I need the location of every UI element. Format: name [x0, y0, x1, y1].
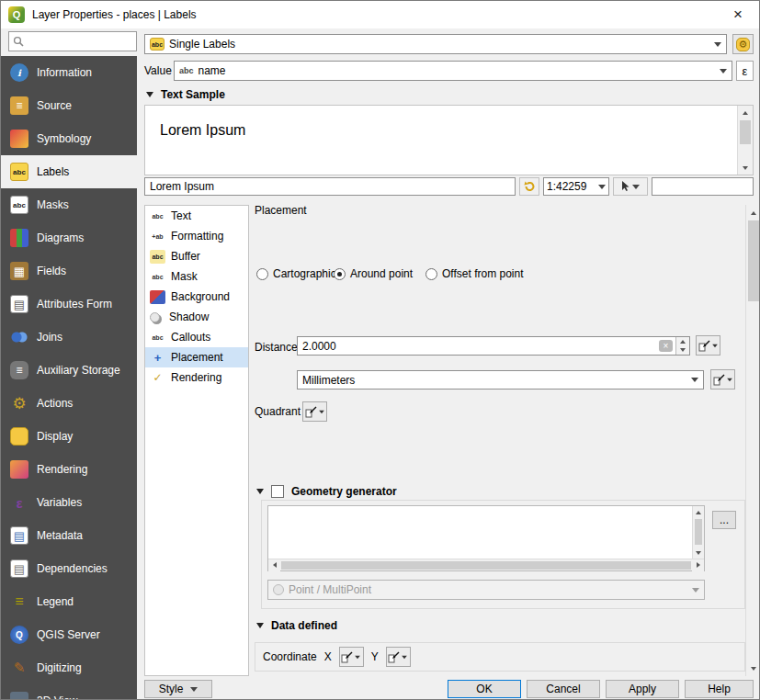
sample-text-input[interactable] — [150, 180, 510, 193]
scrollbar-thumb[interactable] — [748, 220, 759, 301]
sidebar-item-masks[interactable]: abcMasks — [1, 188, 137, 221]
reset-sample-button[interactable] — [519, 177, 539, 196]
sample-text-field[interactable] — [144, 177, 516, 196]
sidebar-item-variables[interactable]: εVariables — [1, 486, 137, 519]
help-button[interactable]: Help — [685, 680, 754, 698]
tab-text[interactable]: abcText — [145, 206, 248, 226]
tab-shadow[interactable]: Shadow — [145, 307, 248, 327]
distance-input[interactable] — [302, 340, 659, 353]
sidebar-item-joins[interactable]: Joins — [1, 321, 137, 354]
abc-field-type-icon: abc — [179, 66, 194, 75]
value-field-combo[interactable]: abc name — [174, 61, 732, 81]
attributes-form-icon: ▤ — [10, 295, 28, 313]
sidebar-search[interactable] — [8, 31, 137, 51]
radio-around-point[interactable]: Around point — [334, 267, 413, 280]
preview-scale-combo[interactable]: 1:42259 — [543, 177, 609, 196]
scroll-down-icon[interactable] — [738, 161, 753, 175]
sidebar-item-information[interactable]: iInformation — [1, 56, 137, 89]
variables-icon: ε — [10, 493, 28, 512]
panel-scrollbar[interactable] — [745, 205, 760, 676]
sidebar-item-rendering[interactable]: Rendering — [1, 453, 137, 486]
tab-buffer[interactable]: abcBuffer — [145, 246, 248, 266]
callouts-tab-icon: abc — [150, 331, 165, 344]
labels-icon: abc — [10, 163, 28, 181]
distance-data-defined-override-button[interactable] — [696, 335, 720, 356]
quadrant-label: Quadrant — [255, 405, 301, 418]
sidebar-item-fields[interactable]: ▦Fields — [1, 254, 137, 288]
sidebar-item-3d-view[interactable]: 3D3D View — [1, 684, 137, 700]
spin-down-icon[interactable] — [676, 346, 689, 356]
editor-horizontal-scrollbar[interactable] — [268, 559, 704, 570]
chevron-down-icon — [632, 185, 640, 189]
sidebar-item-dependencies[interactable]: ▤Dependencies — [1, 552, 137, 585]
sidebar-item-attributes-form[interactable]: ▤Attributes Form — [1, 288, 137, 321]
clear-icon[interactable]: × — [659, 340, 674, 352]
formatting-tab-icon: +ab — [150, 230, 165, 243]
tab-rendering[interactable]: ✓Rendering — [145, 367, 248, 388]
geometry-type-value: Point / MultiPoint — [289, 583, 371, 596]
sidebar-item-legend[interactable]: ≡Legend — [1, 585, 137, 618]
tab-mask[interactable]: abcMask — [145, 266, 248, 287]
editor-vertical-scrollbar[interactable] — [692, 506, 704, 559]
sidebar-item-diagrams[interactable]: Diagrams — [1, 221, 137, 254]
style-menu-button[interactable]: Style — [144, 680, 212, 698]
scroll-up-icon[interactable] — [693, 506, 704, 518]
label-settings-tabs: abcText +abFormatting abcBuffer abcMask … — [144, 205, 249, 676]
scroll-up-icon[interactable] — [746, 205, 760, 220]
geometry-type-combo[interactable]: Point / MultiPoint — [267, 580, 705, 600]
scroll-up-icon[interactable] — [738, 106, 753, 119]
text-sample-section-header[interactable]: Text Sample — [146, 88, 225, 101]
geometry-expression-editor[interactable] — [267, 505, 705, 571]
label-mode-combo[interactable]: abc Single Labels — [144, 34, 727, 54]
distance-units-combo[interactable]: Millimeters — [297, 370, 704, 390]
ok-button[interactable]: OK — [448, 680, 521, 698]
sidebar-item-source[interactable]: ≡Source — [1, 89, 137, 122]
data-defined-icon — [698, 340, 710, 352]
extra-sample-input[interactable] — [657, 180, 748, 193]
sidebar-item-labels[interactable]: abcLabels — [1, 155, 137, 188]
sidebar-item-auxiliary-storage[interactable]: ≡Auxiliary Storage — [1, 354, 137, 387]
data-defined-header[interactable]: Data defined — [256, 619, 337, 632]
scroll-down-icon[interactable] — [746, 660, 760, 676]
apply-button[interactable]: Apply — [606, 680, 679, 698]
preview-scrollbar[interactable] — [737, 106, 753, 175]
radio-offset-from-point[interactable]: Offset from point — [425, 267, 523, 280]
quadrant-data-defined-override-button[interactable] — [302, 401, 327, 422]
expression-builder-button[interactable]: ε — [736, 61, 754, 81]
scroll-right-icon[interactable] — [692, 559, 704, 571]
sidebar-item-actions[interactable]: ⚙Actions — [1, 387, 137, 420]
scrollbar-thumb[interactable] — [740, 120, 751, 144]
tab-background[interactable]: Background — [145, 287, 248, 307]
distance-spinner[interactable] — [675, 337, 689, 355]
auto-placement-settings-button[interactable]: ⚙ — [732, 34, 754, 54]
scroll-left-icon[interactable] — [268, 559, 280, 571]
sidebar-item-metadata[interactable]: ▤Metadata — [1, 519, 137, 552]
scroll-down-icon[interactable] — [693, 547, 704, 559]
map-settings-button[interactable] — [613, 177, 648, 196]
scrollbar-thumb[interactable] — [281, 561, 691, 570]
search-input[interactable] — [28, 35, 132, 48]
geometry-generator-checkbox[interactable] — [271, 485, 284, 498]
close-button[interactable]: × — [719, 1, 757, 28]
cancel-button[interactable]: Cancel — [527, 680, 600, 698]
spin-up-icon[interactable] — [676, 337, 689, 346]
tab-placement[interactable]: +Placement — [145, 347, 248, 367]
placement-settings-icon: ⚙ — [736, 38, 750, 51]
tab-callouts[interactable]: abcCallouts — [145, 327, 248, 347]
scrollbar-thumb[interactable] — [695, 519, 702, 545]
text-sample-preview: Lorem Ipsum — [144, 105, 754, 175]
distance-spinbox[interactable]: × — [297, 336, 690, 356]
coordinate-x-override-button[interactable] — [339, 647, 364, 667]
tab-formatting[interactable]: +abFormatting — [145, 226, 248, 246]
sidebar-item-symbology[interactable]: Symbology — [1, 122, 137, 155]
expression-more-button[interactable]: ... — [712, 511, 736, 529]
sidebar-item-digitizing[interactable]: ✎Digitizing — [1, 651, 137, 684]
geometry-generator-header[interactable]: Geometry generator — [256, 485, 397, 498]
radio-cartographic[interactable]: Cartographic — [256, 267, 336, 280]
extra-sample-field[interactable] — [652, 177, 754, 196]
coordinate-y-override-button[interactable] — [386, 647, 411, 667]
sidebar-item-qgis-server[interactable]: QQGIS Server — [1, 618, 137, 651]
units-data-defined-override-button[interactable] — [710, 369, 735, 390]
sidebar-item-display[interactable]: Display — [1, 420, 137, 453]
data-defined-icon — [713, 374, 725, 386]
